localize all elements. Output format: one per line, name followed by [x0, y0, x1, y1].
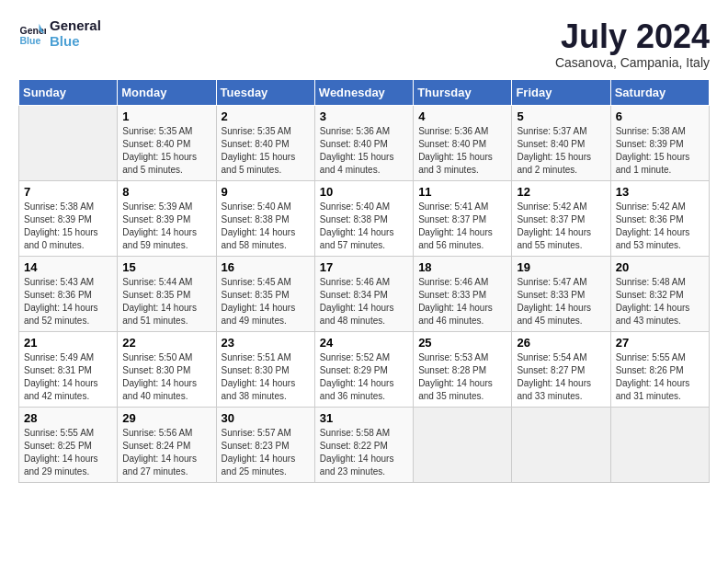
calendar-cell: 30Sunrise: 5:57 AM Sunset: 8:23 PM Dayli…	[216, 407, 314, 482]
day-number: 6	[616, 109, 704, 123]
weekday-header: Thursday	[414, 79, 512, 105]
day-info: Sunrise: 5:57 AM Sunset: 8:23 PM Dayligh…	[222, 427, 310, 478]
day-info: Sunrise: 5:48 AM Sunset: 8:32 PM Dayligh…	[616, 276, 704, 327]
calendar-cell: 14Sunrise: 5:43 AM Sunset: 8:36 PM Dayli…	[19, 256, 118, 331]
day-number: 18	[418, 260, 506, 274]
weekday-header: Wednesday	[314, 79, 413, 105]
day-number: 5	[517, 109, 605, 123]
calendar-week-row: 7Sunrise: 5:38 AM Sunset: 8:39 PM Daylig…	[19, 180, 710, 256]
title-block: July 2024 Casanova, Campania, Italy	[555, 18, 710, 70]
day-number: 11	[418, 185, 506, 199]
calendar-cell: 31Sunrise: 5:58 AM Sunset: 8:22 PM Dayli…	[314, 407, 413, 482]
day-number: 17	[320, 260, 408, 274]
day-info: Sunrise: 5:46 AM Sunset: 8:33 PM Dayligh…	[418, 276, 506, 327]
calendar-week-row: 28Sunrise: 5:55 AM Sunset: 8:25 PM Dayli…	[19, 407, 710, 482]
calendar-cell: 20Sunrise: 5:48 AM Sunset: 8:32 PM Dayli…	[610, 256, 709, 331]
calendar-cell	[610, 407, 709, 482]
day-number: 1	[122, 109, 210, 123]
day-number: 28	[24, 411, 112, 425]
calendar-cell: 5Sunrise: 5:37 AM Sunset: 8:40 PM Daylig…	[512, 105, 610, 180]
day-number: 15	[122, 260, 210, 274]
calendar-cell: 15Sunrise: 5:44 AM Sunset: 8:35 PM Dayli…	[118, 256, 216, 331]
calendar-cell: 21Sunrise: 5:49 AM Sunset: 8:31 PM Dayli…	[19, 331, 118, 407]
location-subtitle: Casanova, Campania, Italy	[555, 55, 710, 70]
day-info: Sunrise: 5:44 AM Sunset: 8:35 PM Dayligh…	[122, 276, 210, 327]
day-number: 22	[122, 336, 210, 350]
calendar-cell: 2Sunrise: 5:35 AM Sunset: 8:40 PM Daylig…	[216, 105, 314, 180]
weekday-header: Tuesday	[216, 79, 314, 105]
calendar-cell: 12Sunrise: 5:42 AM Sunset: 8:37 PM Dayli…	[512, 180, 610, 256]
day-info: Sunrise: 5:50 AM Sunset: 8:30 PM Dayligh…	[122, 351, 210, 403]
calendar-cell: 10Sunrise: 5:40 AM Sunset: 8:38 PM Dayli…	[314, 180, 413, 256]
day-number: 16	[222, 260, 310, 274]
day-number: 25	[418, 336, 506, 350]
day-number: 31	[320, 411, 408, 425]
day-number: 30	[222, 411, 310, 425]
day-info: Sunrise: 5:47 AM Sunset: 8:33 PM Dayligh…	[517, 276, 605, 327]
day-number: 20	[616, 260, 704, 274]
calendar-cell: 19Sunrise: 5:47 AM Sunset: 8:33 PM Dayli…	[512, 256, 610, 331]
calendar-cell: 22Sunrise: 5:50 AM Sunset: 8:30 PM Dayli…	[118, 331, 216, 407]
day-number: 4	[418, 109, 506, 123]
logo-line1: General	[50, 18, 101, 34]
day-info: Sunrise: 5:51 AM Sunset: 8:30 PM Dayligh…	[222, 351, 310, 403]
day-info: Sunrise: 5:55 AM Sunset: 8:26 PM Dayligh…	[616, 351, 704, 403]
day-info: Sunrise: 5:54 AM Sunset: 8:27 PM Dayligh…	[517, 351, 605, 403]
calendar-cell: 7Sunrise: 5:38 AM Sunset: 8:39 PM Daylig…	[19, 180, 118, 256]
calendar-week-row: 21Sunrise: 5:49 AM Sunset: 8:31 PM Dayli…	[19, 331, 710, 407]
calendar-cell: 6Sunrise: 5:38 AM Sunset: 8:39 PM Daylig…	[610, 105, 709, 180]
weekday-header: Friday	[512, 79, 610, 105]
svg-text:Blue: Blue	[20, 34, 41, 45]
day-info: Sunrise: 5:40 AM Sunset: 8:38 PM Dayligh…	[320, 201, 408, 252]
day-info: Sunrise: 5:41 AM Sunset: 8:37 PM Dayligh…	[418, 201, 506, 252]
day-info: Sunrise: 5:45 AM Sunset: 8:35 PM Dayligh…	[222, 276, 310, 327]
calendar-cell: 23Sunrise: 5:51 AM Sunset: 8:30 PM Dayli…	[216, 331, 314, 407]
day-info: Sunrise: 5:56 AM Sunset: 8:24 PM Dayligh…	[122, 427, 210, 478]
day-number: 12	[517, 185, 605, 199]
page-header: General Blue General Blue July 2024 Casa…	[18, 18, 710, 70]
calendar-cell: 11Sunrise: 5:41 AM Sunset: 8:37 PM Dayli…	[414, 180, 512, 256]
day-info: Sunrise: 5:37 AM Sunset: 8:40 PM Dayligh…	[517, 125, 605, 177]
calendar-week-row: 1Sunrise: 5:35 AM Sunset: 8:40 PM Daylig…	[19, 105, 710, 180]
day-info: Sunrise: 5:42 AM Sunset: 8:36 PM Dayligh…	[616, 201, 704, 252]
calendar-cell: 3Sunrise: 5:36 AM Sunset: 8:40 PM Daylig…	[314, 105, 413, 180]
day-info: Sunrise: 5:39 AM Sunset: 8:39 PM Dayligh…	[122, 201, 210, 252]
weekday-header: Monday	[118, 79, 216, 105]
calendar-cell: 13Sunrise: 5:42 AM Sunset: 8:36 PM Dayli…	[610, 180, 709, 256]
calendar-week-row: 14Sunrise: 5:43 AM Sunset: 8:36 PM Dayli…	[19, 256, 710, 331]
month-title: July 2024	[555, 18, 710, 55]
day-info: Sunrise: 5:58 AM Sunset: 8:22 PM Dayligh…	[320, 427, 408, 478]
calendar-cell: 17Sunrise: 5:46 AM Sunset: 8:34 PM Dayli…	[314, 256, 413, 331]
day-info: Sunrise: 5:36 AM Sunset: 8:40 PM Dayligh…	[320, 125, 408, 177]
day-info: Sunrise: 5:49 AM Sunset: 8:31 PM Dayligh…	[24, 351, 112, 403]
calendar-cell: 26Sunrise: 5:54 AM Sunset: 8:27 PM Dayli…	[512, 331, 610, 407]
day-number: 21	[24, 336, 112, 350]
logo-icon: General Blue	[18, 20, 46, 48]
day-number: 24	[320, 336, 408, 350]
calendar-cell: 9Sunrise: 5:40 AM Sunset: 8:38 PM Daylig…	[216, 180, 314, 256]
calendar-cell: 25Sunrise: 5:53 AM Sunset: 8:28 PM Dayli…	[414, 331, 512, 407]
calendar-cell: 8Sunrise: 5:39 AM Sunset: 8:39 PM Daylig…	[118, 180, 216, 256]
calendar-cell: 16Sunrise: 5:45 AM Sunset: 8:35 PM Dayli…	[216, 256, 314, 331]
day-number: 23	[222, 336, 310, 350]
day-info: Sunrise: 5:46 AM Sunset: 8:34 PM Dayligh…	[320, 276, 408, 327]
day-number: 8	[122, 185, 210, 199]
calendar-body: 1Sunrise: 5:35 AM Sunset: 8:40 PM Daylig…	[19, 105, 710, 482]
calendar-cell: 24Sunrise: 5:52 AM Sunset: 8:29 PM Dayli…	[314, 331, 413, 407]
calendar-cell: 1Sunrise: 5:35 AM Sunset: 8:40 PM Daylig…	[118, 105, 216, 180]
day-info: Sunrise: 5:38 AM Sunset: 8:39 PM Dayligh…	[616, 125, 704, 177]
day-number: 19	[517, 260, 605, 274]
day-info: Sunrise: 5:35 AM Sunset: 8:40 PM Dayligh…	[222, 125, 310, 177]
calendar-cell: 29Sunrise: 5:56 AM Sunset: 8:24 PM Dayli…	[118, 407, 216, 482]
day-info: Sunrise: 5:53 AM Sunset: 8:28 PM Dayligh…	[418, 351, 506, 403]
day-number: 2	[222, 109, 310, 123]
day-info: Sunrise: 5:35 AM Sunset: 8:40 PM Dayligh…	[122, 125, 210, 177]
day-number: 9	[222, 185, 310, 199]
calendar-cell: 28Sunrise: 5:55 AM Sunset: 8:25 PM Dayli…	[19, 407, 118, 482]
weekday-header: Sunday	[19, 79, 118, 105]
calendar-cell: 27Sunrise: 5:55 AM Sunset: 8:26 PM Dayli…	[610, 331, 709, 407]
calendar-cell	[19, 105, 118, 180]
calendar-table: SundayMondayTuesdayWednesdayThursdayFrid…	[18, 79, 710, 483]
day-info: Sunrise: 5:55 AM Sunset: 8:25 PM Dayligh…	[24, 427, 112, 478]
day-info: Sunrise: 5:43 AM Sunset: 8:36 PM Dayligh…	[24, 276, 112, 327]
